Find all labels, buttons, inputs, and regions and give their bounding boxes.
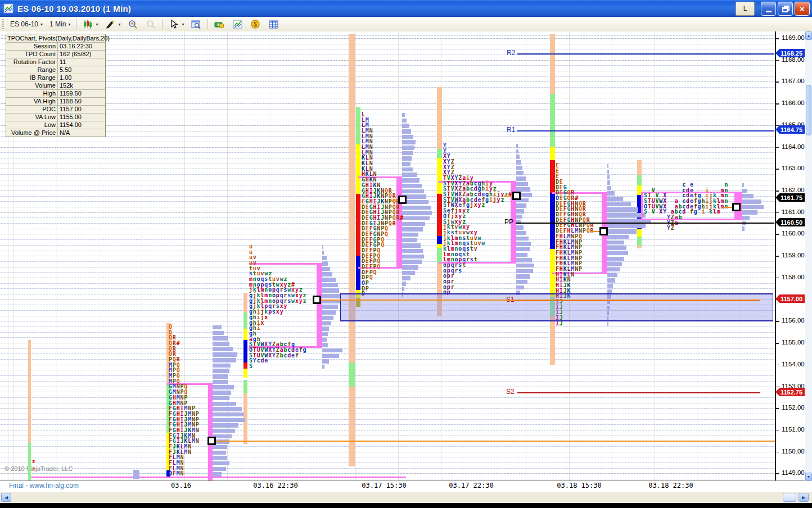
info-row: Session03.16 22:30	[6, 42, 105, 50]
interval-dropdown[interactable]: 1 Min ▾	[46, 19, 74, 29]
info-row: VA Low1155.00	[6, 113, 105, 121]
scroll-right-button[interactable]: ▶	[799, 493, 809, 502]
profile-handle-marker[interactable]	[398, 196, 407, 204]
info-row-value: N/A	[58, 129, 105, 137]
info-row-label: POC	[6, 106, 58, 113]
title-bar[interactable]: ES 06-10 19.03.2010 (1 Min) L ×	[0, 0, 812, 17]
info-row-label: TPO Count	[6, 51, 58, 58]
info-row: VA High1158.50	[6, 97, 105, 105]
info-row: Low1154.00	[6, 121, 105, 129]
toolbar-separator	[207, 19, 208, 29]
scroll-down-button[interactable]: ▼	[805, 473, 812, 481]
instrument-dropdown[interactable]: ES 06-10 ▾	[7, 19, 46, 29]
bottom-edge	[0, 503, 812, 508]
info-row-label: Volume @ Price	[6, 129, 58, 137]
chevron-down-icon: ▾	[118, 22, 120, 27]
chevron-down-icon: ▾	[182, 22, 184, 27]
toolbar-separator	[162, 19, 163, 29]
scroll-left-button[interactable]: ◀	[1, 493, 11, 502]
pencil-icon	[105, 19, 116, 30]
info-row: TPO Count162 (65/82)	[6, 50, 105, 58]
chart-window-button[interactable]	[228, 17, 246, 31]
cursor-tool-dropdown[interactable]: ▾	[165, 17, 187, 31]
restore-button[interactable]	[778, 2, 793, 16]
chevron-down-icon: ▾	[68, 22, 70, 27]
info-row-value: 11	[58, 58, 105, 66]
tpo-info-panel: TPOChart, Pivots(Daily,DailyBars,20) Ses…	[6, 34, 106, 137]
data-box-button[interactable]	[187, 17, 205, 31]
profile-handle-marker[interactable]	[512, 192, 521, 200]
profile-handle-marker[interactable]	[732, 203, 741, 211]
info-row-label: VA High	[6, 98, 58, 105]
info-row: IB Range1.00	[6, 74, 105, 81]
window-magnifier-icon	[191, 19, 202, 30]
candlestick-icon	[82, 19, 93, 30]
info-row-label: VA Low	[6, 114, 58, 121]
drawing-tools-dropdown[interactable]: ▾	[101, 17, 124, 31]
info-row-label: Range	[6, 66, 58, 74]
info-row-value: 1155.00	[58, 114, 105, 121]
cursor-arrow-icon	[168, 19, 179, 30]
mini-chart-icon	[232, 19, 243, 30]
info-row-label: High	[6, 90, 58, 97]
svg-text:$: $	[254, 21, 258, 28]
info-row-value: 1159.50	[58, 90, 105, 97]
info-row-value: 03.16 22:30	[58, 43, 105, 50]
vertical-scrollbar[interactable]: ▲ ▼	[805, 31, 812, 481]
price-axis-panel[interactable]	[775, 31, 805, 480]
money-icon	[214, 19, 225, 30]
chevron-down-icon: ▾	[96, 22, 98, 27]
info-row-value: 5.50	[58, 66, 105, 74]
info-row: POC1157.00	[6, 105, 105, 113]
account-button[interactable]	[210, 17, 228, 31]
instrument-label: ES 06-10	[10, 20, 38, 28]
info-row-label: Low	[6, 121, 58, 129]
chart-style-dropdown[interactable]: ▾	[79, 17, 101, 31]
time-axis-panel[interactable]	[0, 480, 805, 492]
link-button[interactable]: L	[736, 2, 755, 16]
interval-label: 1 Min	[49, 20, 66, 28]
zoom-out-icon	[145, 19, 156, 30]
spreadsheet-icon	[268, 19, 279, 30]
info-row: Volume152k	[6, 81, 105, 89]
scroll-up-button[interactable]: ▲	[805, 31, 812, 40]
zoom-in-button[interactable]	[124, 17, 142, 31]
info-row-value: 162 (65/82)	[58, 51, 105, 58]
info-row-label: Session	[6, 43, 58, 50]
info-row: High1159.50	[6, 89, 105, 97]
simulator-button[interactable]: $	[246, 17, 264, 31]
toolbar: ES 06-10 ▾ 1 Min ▾ ▾ ▾ ▾	[0, 17, 812, 32]
toolbar-grip[interactable]	[2, 19, 4, 29]
info-row-value: 1.00	[58, 74, 105, 81]
profile-handle-marker[interactable]	[599, 227, 608, 235]
window-title: ES 06-10 19.03.2010 (1 Min)	[17, 4, 131, 13]
info-row-label: Rotation Factor	[6, 58, 58, 66]
app-icon	[3, 3, 14, 14]
info-row-value: 1154.00	[58, 121, 105, 129]
zoom-in-icon	[127, 19, 138, 30]
profile-handle-marker[interactable]	[207, 437, 216, 445]
info-row-value: 1157.00	[58, 106, 105, 113]
info-row: Rotation Factor11	[6, 58, 105, 66]
chart-plot-area[interactable]	[0, 31, 775, 480]
vertical-scroll-thumb[interactable]	[806, 85, 811, 135]
toolbar-separator	[76, 19, 76, 29]
info-row-value: 152k	[58, 82, 105, 89]
info-row-label: IB Range	[6, 74, 58, 81]
copyright-text: © 2010 NinjaTrader, LLC	[4, 465, 73, 472]
info-row: Range5.50	[6, 66, 105, 74]
zoom-out-button[interactable]	[142, 17, 160, 31]
chevron-down-icon: ▾	[40, 22, 43, 27]
brand-link[interactable]: Final - www.fin-alg.com	[9, 482, 79, 489]
profile-handle-marker[interactable]	[313, 296, 321, 304]
horizontal-scrollbar[interactable]: ◀ ▶	[0, 492, 812, 503]
coin-icon: $	[250, 19, 261, 30]
grid-view-button[interactable]	[264, 17, 282, 31]
info-row-value: 1158.50	[58, 98, 105, 105]
info-row-label: Volume	[6, 82, 58, 89]
info-panel-title: TPOChart, Pivots(Daily,DailyBars,20)	[6, 34, 105, 42]
info-row: Volume @ PriceN/A	[6, 129, 105, 137]
minimize-button[interactable]	[761, 2, 776, 16]
horizontal-scroll-thumb[interactable]	[783, 493, 796, 502]
close-button[interactable]: ×	[795, 2, 810, 16]
